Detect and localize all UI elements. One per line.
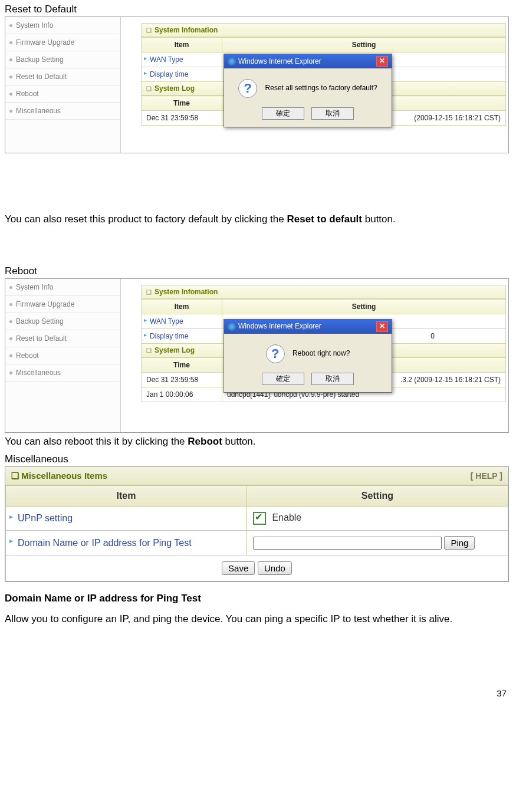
heading-reboot: Reboot [5,265,509,277]
dialog-reboot-confirm: Windows Internet Explorer ✕ ? Reboot rig… [224,319,392,393]
ping-input[interactable] [253,537,442,550]
col-setting: Setting [222,299,506,314]
paragraph-reset: You can also reset this product to facto… [5,209,509,230]
sidebar-item-system-info[interactable]: System Info [5,279,120,296]
enable-checkbox[interactable] [253,512,266,525]
sidebar: System Info Firmware Upgrade Backup Sett… [5,17,121,153]
misc-title: Miscellaneous Items [21,471,107,481]
log-time: Jan 1 00:00:06 [142,387,222,402]
row-ping-test: Domain Name or IP address for Ping Test [6,531,247,555]
row-display-time: Display time [142,67,222,82]
ie-icon [228,57,236,65]
ok-button[interactable]: 確定 [262,107,304,120]
section-system-info: System Infomation [141,285,506,299]
sidebar-item-reboot[interactable]: Reboot [5,86,120,103]
heading-reset: Reset to Default [5,4,509,15]
log-time: Dec 31 23:59:58 [142,372,222,387]
row-upnp: UPnP setting [6,507,247,531]
col-time: Time [142,96,222,111]
sidebar-item-reset-to-default[interactable]: Reset to Default [5,330,120,347]
close-icon[interactable]: ✕ [376,56,388,67]
dialog-message: Reboot right now? [292,349,350,357]
col-item: Item [142,299,222,314]
dialog-title: Windows Internet Explorer [238,322,321,330]
heading-misc: Miscellaneous [5,453,509,465]
figure-misc: ❏ Miscellaneous Items [ HELP ] Item Sett… [5,466,509,582]
sidebar-item-firmware-upgrade[interactable]: Firmware Upgrade [5,296,120,313]
page-number: 37 [5,688,509,698]
section-system-info: System Infomation [141,23,506,37]
sidebar-item-backup-setting[interactable]: Backup Setting [5,51,120,68]
cancel-button[interactable]: 取消 [311,107,354,120]
enable-label: Enable [272,512,301,522]
paragraph-ping-body: Allow you to configure an IP, and ping t… [5,609,509,629]
sidebar-item-miscellaneous[interactable]: Miscellaneous [5,103,120,120]
sidebar-item-reboot[interactable]: Reboot [5,347,120,364]
cancel-button[interactable]: 取消 [311,373,354,385]
paragraph-reboot: You can also reboot this it by clicking … [5,434,509,449]
col-setting: Setting [247,486,508,507]
help-link[interactable]: [ HELP ] [471,471,502,481]
save-button[interactable]: Save [222,561,255,575]
close-icon[interactable]: ✕ [376,321,388,332]
log-time: Dec 31 23:59:58 [142,111,222,126]
col-item: Item [142,38,222,52]
dialog-message: Reset all settings to factory default? [265,84,377,92]
paragraph-ping-title: Domain Name or IP address for Ping Test [5,593,509,604]
ie-icon [228,323,236,331]
ping-button[interactable]: Ping [444,536,475,550]
question-icon: ? [238,79,257,98]
dialog-title: Windows Internet Explorer [238,57,321,65]
sidebar-item-reset-to-default[interactable]: Reset to Default [5,68,120,86]
row-wan-type: WAN Type [142,314,222,328]
col-time: Time [142,357,222,372]
sidebar-item-backup-setting[interactable]: Backup Setting [5,313,120,330]
dialog-reset-confirm: Windows Internet Explorer ✕ ? Reset all … [224,54,392,127]
col-item: Item [6,486,247,507]
row-display-time: Display time [142,328,222,343]
question-icon: ? [266,344,285,363]
figure-reset: System Info Firmware Upgrade Backup Sett… [5,17,509,153]
row-wan-type: WAN Type [142,52,222,67]
undo-button[interactable]: Undo [258,561,292,575]
sidebar-item-miscellaneous[interactable]: Miscellaneous [5,364,120,382]
sidebar-item-system-info[interactable]: System Info [5,17,120,34]
ok-button[interactable]: 確定 [262,373,304,385]
col-setting: Setting [222,38,506,52]
figure-reboot: System Info Firmware Upgrade Backup Sett… [5,278,509,433]
sidebar: System Info Firmware Upgrade Backup Sett… [5,279,121,432]
sidebar-item-firmware-upgrade[interactable]: Firmware Upgrade [5,34,120,51]
